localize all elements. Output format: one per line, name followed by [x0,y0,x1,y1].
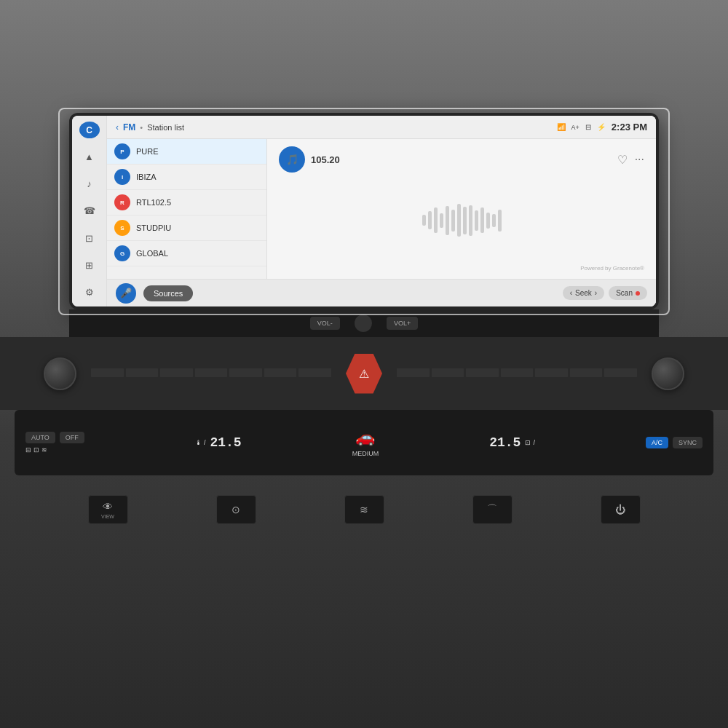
waveform-container [279,178,644,262]
bottom-buttons-row: 👁 VIEW ⊙ ≋ ⌒ ⏻ [44,495,684,524]
vent-area: ⚠ [0,337,728,410]
volume-down-button[interactable]: VOL- [310,317,340,330]
wifi-icon: 📶 [557,123,566,131]
wave-bar [446,206,449,235]
physical-controls-bar: VOL- VOL+ [69,309,659,337]
power-icon: ⏻ [615,504,625,515]
wave-bar [498,210,502,232]
heat-icon: ≋ [360,504,368,515]
sidebar-item-settings[interactable]: ⚙ [79,284,100,301]
frequency-display: 105.20 [311,154,340,165]
sidebar-item-grid[interactable]: ⊞ [79,257,100,274]
sidebar-item-music[interactable]: ♪ [79,175,100,192]
temp-left-display: 21.5 [210,435,241,450]
station-list: P PURE I IBIZA R RTL102.5 S [107,139,267,279]
station-item-pure[interactable]: P PURE [107,139,266,165]
powered-by-label: Powered by Gracenote® [279,265,644,272]
seek-prev-icon: ‹ [570,289,572,297]
scan-button[interactable]: Scan [609,286,647,300]
ac-sync-buttons: A/C SYNC [646,437,703,448]
sidebar-item-navigation[interactable]: ▲ [79,149,100,165]
mic-button[interactable]: 🎤 [116,283,136,304]
station-logo-rtl: R [114,194,130,210]
waveform-visualization [422,202,502,239]
home-button[interactable] [355,314,372,332]
top-bar-right: 📶 A+ ⊟ ⚡ 2:23 PM [557,122,647,132]
infotainment-screen: C ▲ ♪ ☎ ⊡ ⊞ ⚙ ‹ FM • Station list [72,116,656,306]
sidebar-item-car[interactable]: ⊡ [79,230,100,247]
climate-center: 🚗 MEDIUM [352,428,379,457]
playing-animation-icon: 🎵 [279,146,305,173]
auto-button[interactable]: AUTO [25,432,55,443]
wave-bar [480,207,484,233]
station-name-pure: PURE [136,147,159,156]
screen-bezel: C ▲ ♪ ☎ ⊡ ⊞ ⚙ ‹ FM • Station list [69,113,659,309]
wiper-button[interactable]: ⌒ [472,495,513,524]
station-logo-global: G [114,245,130,261]
station-item-ibiza[interactable]: I IBIZA [107,165,266,190]
wave-bar [451,210,455,232]
off-button[interactable]: OFF [60,432,84,443]
station-name-studpiu: STUDPIU [136,223,171,232]
view-button[interactable]: 👁 VIEW [88,495,128,524]
steering-icon: ⊙ [232,504,240,515]
now-playing-panel: 🎵 105.20 ♡ ··· [267,139,656,279]
station-item-global[interactable]: G GLOBAL [107,241,266,266]
hazard-button[interactable]: ⚠ [346,354,382,394]
favorite-button[interactable]: ♡ [617,153,628,167]
view-label: VIEW [101,514,114,519]
car-dashboard: C ▲ ♪ ☎ ⊡ ⊞ ⚙ ‹ FM • Station list [0,0,728,728]
view-icon: 👁 [103,501,113,513]
station-item-studpiu[interactable]: S STUDPIU [107,215,266,241]
station-name-global: GLOBAL [136,249,168,258]
wave-bar [475,210,478,231]
sidebar: C ▲ ♪ ☎ ⊡ ⊞ ⚙ [72,116,107,306]
sidebar-item-chrome[interactable]: C [79,122,100,138]
sync-button[interactable]: SYNC [673,437,703,448]
station-logo-ibiza: I [114,169,130,185]
power-button[interactable]: ⏻ [601,495,641,524]
fm-label[interactable]: FM [123,122,135,132]
temp-right-display: 21.5 [489,435,521,450]
time-display: 2:23 PM [612,122,647,132]
wave-bar [457,204,461,237]
station-item-rtl[interactable]: R RTL102.5 [107,190,266,215]
station-logo-pure: P [114,143,130,159]
wave-bar [469,205,472,236]
station-name-rtl: RTL102.5 [136,198,171,207]
display-icon: ⊟ [585,123,591,131]
station-logo-studpiu: S [114,220,130,236]
steering-heat-button[interactable]: ⊙ [216,495,256,524]
now-playing-top: 🎵 105.20 ♡ ··· [279,146,644,173]
sources-button[interactable]: Sources [143,285,193,301]
seek-button[interactable]: ‹ Seek › [563,286,604,300]
left-vent-knob[interactable] [44,357,76,390]
climate-panel: AUTO OFF ⊟ ⊡ ≋ 🌡 / 21.5 🚗 MEDIUM 21.5 ⊡ [15,410,713,475]
main-content: ‹ FM • Station list 📶 A+ ⊟ ⚡ 2:23 PM [107,116,656,306]
right-vent-knob[interactable] [652,357,684,390]
seek-control: ‹ Seek › Scan [563,286,647,300]
top-bar: ‹ FM • Station list 📶 A+ ⊟ ⚡ 2:23 PM [107,116,656,139]
wave-bar [492,214,496,227]
fan-speed-display: MEDIUM [352,450,379,457]
wave-bar [440,213,443,228]
separator: • [140,123,143,132]
volume-up-button[interactable]: VOL+ [387,317,418,330]
top-bar-left: ‹ FM • Station list [116,122,184,132]
more-options-button[interactable]: ··· [635,153,644,166]
wiper-icon: ⌒ [487,503,497,516]
wave-bar [486,213,490,229]
wave-bar [422,215,426,226]
bottom-controls-bar: 🎤 Sources ‹ Seek › Scan [107,279,656,306]
playing-station-info: 🎵 105.20 [279,146,340,173]
sidebar-item-phone[interactable]: ☎ [79,202,100,219]
station-list-label: Station list [147,123,184,132]
back-button[interactable]: ‹ [116,122,119,132]
scan-dot [636,291,640,296]
seek-label: Seek [575,289,592,297]
seek-next-icon: › [595,289,597,297]
seat-heat-button[interactable]: ≋ [344,495,384,524]
ac-button[interactable]: A/C [646,437,668,448]
scan-label: Scan [616,289,633,297]
wave-bar [434,207,438,233]
